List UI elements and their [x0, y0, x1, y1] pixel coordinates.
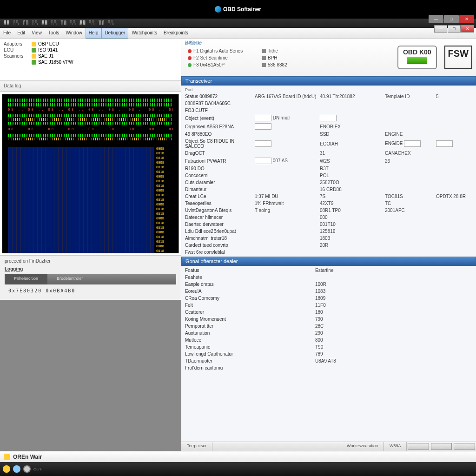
- window-title: OBD Softainer: [0, 0, 476, 19]
- form-row: Ldiu Ddl ece2Brlen0upat 125816: [185, 228, 472, 235]
- lc-1[interactable]: ECU: [2, 47, 26, 53]
- val: 2582T0O: [320, 180, 385, 185]
- menubar[interactable]: File Edit View Tools Window Help Debugge…: [0, 28, 476, 39]
- val: ENGIDE: [385, 140, 436, 147]
- badge-3[interactable]: ✕: [459, 15, 474, 23]
- label: Teaeoperlies: [185, 201, 255, 206]
- menu-view[interactable]: View: [28, 28, 45, 39]
- taskbar[interactable]: Ount: [0, 462, 476, 476]
- label: Concocernl: [185, 173, 255, 178]
- max-button[interactable]: □: [448, 25, 461, 33]
- band-item[interactable]: BPH: [262, 54, 296, 61]
- dot-icon: [188, 56, 192, 60]
- label: EoreulA: [185, 289, 315, 294]
- menu-tools[interactable]: Tools: [45, 28, 62, 39]
- form-row: Pernporat tter28C: [185, 323, 472, 330]
- val: 1:37 MI DU: [255, 194, 320, 199]
- label: Lowl engd Capthenatur: [185, 351, 315, 357]
- label: Object So C8 RIDUE IN SALCCO: [185, 139, 255, 149]
- lc-0[interactable]: Adapters: [2, 41, 26, 47]
- tree-item[interactable]: OBP ECU: [30, 41, 179, 47]
- folder-icon: [32, 42, 36, 46]
- form-row: Organsen AB58 E28NA ENORIEX: [185, 122, 472, 131]
- sb-2: Workeszcaration: [341, 442, 384, 451]
- right-panel: 診断開始 F1 Digital is Auto Series F2 Set Sc…: [181, 39, 476, 451]
- input-field[interactable]: [320, 115, 337, 121]
- strip-text: ▓▓ ░░ ▒▒ ░░ ▓▓ ░░ ▒▒ ░░ ▓▓ ░░ ▒▒ ░░: [0, 19, 476, 26]
- tb-icon-2[interactable]: [13, 465, 20, 473]
- tb-icon-3[interactable]: [23, 465, 31, 473]
- menu-edit[interactable]: Edit: [14, 28, 28, 39]
- band-item[interactable]: 586 8382: [262, 61, 296, 68]
- menu-debugger[interactable]: Debugger: [101, 28, 128, 39]
- chip-icon: [32, 48, 36, 53]
- menu-window[interactable]: Window: [62, 28, 86, 39]
- label: Auotanation: [185, 331, 315, 336]
- min-button[interactable]: —: [434, 25, 447, 33]
- form-row: UvintDegartonA Bteq's T aolng08R1 TP0200…: [185, 207, 472, 214]
- val: ARG 167/AS Board ID (hdcU): [255, 94, 320, 99]
- tree-item[interactable]: ISO 9141: [30, 47, 179, 53]
- label: Object (event): [185, 116, 255, 121]
- menu-help[interactable]: Help: [86, 28, 102, 39]
- input-field[interactable]: [255, 158, 271, 164]
- brand-logo: FSW: [444, 46, 472, 69]
- input-field[interactable]: [255, 140, 271, 147]
- val: EOOIAH: [320, 141, 385, 146]
- band-item[interactable]: F1 Digital is Auto Series: [188, 47, 249, 54]
- val: TOC81S: [385, 194, 436, 199]
- label: Creat LCe: [185, 194, 255, 199]
- val: 290: [315, 331, 323, 336]
- close-button[interactable]: ✕: [461, 25, 474, 33]
- label: CRoa Corncomy: [185, 296, 315, 301]
- band-item[interactable]: F3 0x4B1A50P: [188, 61, 249, 68]
- ft2[interactable]: Brodelentroler: [47, 274, 93, 284]
- tree-item[interactable]: SAE J1850 VPW: [30, 59, 179, 65]
- val: 48.91 Th:201882: [320, 94, 385, 99]
- label: 46 8P880EO: [185, 132, 255, 137]
- input-field[interactable]: [436, 140, 453, 147]
- form-row: Object (event) DNirmal: [185, 114, 472, 122]
- sb-btn-3[interactable]: ···: [454, 443, 475, 450]
- tree-item[interactable]: SAE J1: [30, 53, 179, 59]
- label: Ldiu Ddl ece2Brlen0upat: [185, 229, 255, 234]
- input-field[interactable]: [255, 115, 271, 121]
- badge-1[interactable]: —: [429, 15, 443, 23]
- label: Dateecar hiimecer: [185, 215, 255, 220]
- input-field[interactable]: [255, 123, 271, 130]
- val: R3T: [320, 166, 385, 171]
- sb-btn-2[interactable]: ···: [431, 443, 452, 450]
- input-field[interactable]: [404, 140, 421, 147]
- obd-device-box[interactable]: OBD K00: [397, 46, 437, 69]
- menu-watchpoints[interactable]: Watchpoints: [128, 28, 160, 39]
- left-footer: proceed on FinDuzher Logging Pnhelerciti…: [0, 255, 181, 300]
- val: 2001APC: [385, 208, 436, 213]
- val: 100R: [315, 282, 326, 287]
- sb-btn-1[interactable]: ···: [408, 443, 429, 450]
- val: DNirmal: [255, 115, 320, 121]
- menu-breakpoints[interactable]: Breakpoints: [160, 28, 192, 39]
- band-item[interactable]: F2 Set Scantime: [188, 54, 249, 61]
- logging-link[interactable]: Logging: [5, 266, 176, 271]
- left-subtab[interactable]: Data log: [0, 81, 181, 92]
- tb-icon-1[interactable]: [3, 465, 10, 473]
- val: POL: [320, 173, 385, 178]
- lc-2[interactable]: Scanners: [2, 53, 26, 59]
- menu-file[interactable]: File: [0, 28, 14, 39]
- form-row: Frot'dern canfornu: [185, 364, 472, 371]
- band-item[interactable]: Tithe: [262, 47, 296, 54]
- form-row: Koring Mromenuent790: [185, 316, 472, 323]
- label: Organsen AB58 E28NA: [185, 124, 255, 129]
- form-row: Status 0089872 ARG 167/AS Board ID (hdcU…: [185, 93, 472, 100]
- band-tab[interactable]: 診断開始: [181, 39, 205, 47]
- val: [255, 140, 320, 147]
- ft1[interactable]: Pnhelercition: [5, 274, 47, 284]
- form-row: Fatracioni PVWATR 007 ASW2S26: [185, 157, 472, 165]
- label: R190 DO: [185, 166, 255, 171]
- footer-tabs[interactable]: PnhelercitionBrodelentroler: [5, 274, 176, 284]
- badge-2[interactable]: □: [444, 15, 459, 23]
- os-window-badges: — □ ✕: [429, 15, 474, 23]
- form-row: Mutlece800: [185, 337, 472, 344]
- val: [320, 115, 385, 121]
- hex-viewer[interactable]: 08 .. 08 .. 08 .. 08 .. 08 .. 08 .. 08 .…: [2, 94, 179, 253]
